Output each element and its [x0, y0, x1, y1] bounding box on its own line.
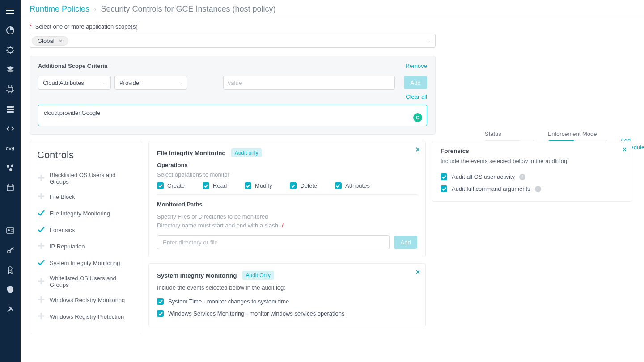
- close-icon[interactable]: ×: [623, 146, 627, 154]
- shield-icon[interactable]: [6, 285, 15, 294]
- control-item-label: File Block: [50, 194, 75, 200]
- content-columns: Controls Blacklisted OS Users and Groups…: [21, 135, 644, 342]
- forensics-command-args-checkbox[interactable]: [441, 185, 447, 192]
- right-column: × Forensics Include the events selected …: [432, 141, 632, 333]
- fim-operations-row: Create Read Modify Delete Attributes: [157, 178, 417, 195]
- remove-criteria-link[interactable]: Remove: [406, 63, 427, 69]
- info-icon[interactable]: i: [535, 186, 541, 192]
- code-icon[interactable]: [6, 124, 15, 133]
- file-integrity-panel: × File Integrity Monitoring Audit only O…: [148, 141, 426, 257]
- fim-operations-hint: Select operations to monitor: [157, 171, 417, 178]
- chevron-down-icon: ⌄: [179, 80, 182, 85]
- check-icon: [37, 209, 45, 218]
- key-icon[interactable]: [6, 246, 15, 255]
- op-delete-checkbox[interactable]: Delete: [290, 182, 317, 189]
- cve-icon[interactable]: CVƎ: [6, 144, 15, 153]
- wheel-icon[interactable]: [6, 46, 15, 55]
- svg-line-10: [12, 47, 13, 49]
- control-item-label: Blacklisted OS Users and Groups: [50, 172, 135, 185]
- left-nav: CVƎ: [0, 0, 21, 342]
- layers-icon[interactable]: [6, 65, 15, 74]
- additional-scope-criteria: Additional Scope Criteria Remove Cloud A…: [30, 56, 436, 135]
- svg-line-8: [8, 47, 9, 49]
- scope-section: * Select one or more application scope(s…: [21, 17, 644, 135]
- sim-windows-services-checkbox[interactable]: [157, 310, 164, 317]
- plus-icon: [37, 242, 45, 251]
- add-criteria-button[interactable]: Add: [404, 76, 427, 89]
- remove-tag-icon[interactable]: ×: [57, 38, 64, 44]
- svg-rect-34: [7, 228, 14, 233]
- criteria-type-select[interactable]: Cloud Attributes ⌄: [38, 76, 111, 90]
- clear-all-link[interactable]: Clear all: [406, 93, 427, 100]
- control-item[interactable]: Windows Registry Monitoring: [37, 292, 135, 308]
- criteria-expression: cloud.provider.Google: [44, 109, 100, 116]
- server-icon[interactable]: [6, 105, 15, 114]
- svg-point-35: [8, 229, 10, 231]
- enforcement-label: Enforcement Mode: [548, 130, 607, 137]
- breadcrumb-parent-link[interactable]: Runtime Policies: [30, 4, 89, 14]
- forensics-panel: × Forensics Include the events selected …: [432, 141, 632, 202]
- close-icon[interactable]: ×: [416, 268, 420, 276]
- fim-paths-heading: Monitored Paths: [157, 201, 417, 208]
- sim-description: Include the events selected below in the…: [157, 284, 417, 291]
- control-item[interactable]: Blacklisted OS Users and Groups: [37, 168, 135, 189]
- control-item[interactable]: File Block: [37, 189, 135, 205]
- criteria-attr-select[interactable]: Provider ⌄: [114, 76, 187, 90]
- criteria-expression-box[interactable]: cloud.provider.Google G: [38, 105, 427, 126]
- grammarly-icon: G: [413, 113, 422, 122]
- monitored-path-input[interactable]: [157, 235, 390, 249]
- control-item[interactable]: IP Reputation: [37, 238, 135, 255]
- nodes-icon[interactable]: [6, 164, 15, 173]
- control-item[interactable]: File Integrity Monitoring: [37, 205, 135, 222]
- control-item[interactable]: Whitelisted OS Users and Groups: [37, 271, 135, 292]
- badge-icon[interactable]: [6, 265, 15, 274]
- audit-only-badge: Audit Only: [242, 271, 274, 280]
- control-item-label: Forensics: [50, 227, 75, 233]
- control-item[interactable]: System Integrity Monitoring: [37, 255, 135, 271]
- close-icon[interactable]: ×: [416, 146, 420, 154]
- check-icon: [37, 225, 45, 235]
- criteria-value-input[interactable]: [223, 76, 395, 90]
- plus-icon: [37, 277, 45, 286]
- svg-point-41: [8, 267, 12, 270]
- center-column: × File Integrity Monitoring Audit only O…: [148, 141, 426, 333]
- op-attributes-checkbox[interactable]: Attributes: [335, 182, 370, 189]
- info-icon[interactable]: i: [519, 174, 525, 180]
- control-item-label: System Integrity Monitoring: [50, 260, 120, 266]
- criteria-title: Additional Scope Criteria: [38, 63, 107, 69]
- svg-rect-23: [7, 106, 14, 108]
- forensics-user-activity-checkbox[interactable]: [441, 173, 447, 180]
- hamburger-icon[interactable]: [6, 6, 15, 15]
- svg-rect-25: [7, 111, 14, 113]
- slash-indicator: /: [282, 222, 284, 229]
- tools-icon[interactable]: [6, 305, 15, 314]
- control-item-label: File Integrity Monitoring: [50, 210, 110, 217]
- system-integrity-panel: × System Integrity Monitoring Audit Only…: [148, 263, 426, 327]
- plus-icon: [37, 174, 45, 183]
- add-path-button[interactable]: Add: [394, 236, 417, 249]
- chip-icon[interactable]: [6, 85, 15, 94]
- op-read-checkbox[interactable]: Read: [203, 182, 227, 189]
- svg-line-9: [12, 52, 13, 53]
- control-item[interactable]: Windows Registry Protection: [37, 308, 135, 325]
- svg-line-11: [8, 52, 9, 53]
- svg-point-28: [11, 165, 13, 167]
- id-card-icon[interactable]: [6, 226, 15, 235]
- dashboard-icon[interactable]: [6, 26, 15, 35]
- calendar-icon[interactable]: [6, 183, 15, 192]
- op-modify-checkbox[interactable]: Modify: [245, 182, 272, 189]
- criteria-type-value: Cloud Attributes: [43, 80, 84, 86]
- scope-tag: Global ×: [32, 36, 68, 46]
- sim-opt1-label: System Time - monitor changes to system …: [168, 298, 289, 305]
- breadcrumb: Runtime Policies › Security Controls for…: [21, 0, 644, 17]
- op-create-checkbox[interactable]: Create: [157, 182, 185, 189]
- plus-icon: [37, 312, 45, 321]
- scope-multiselect[interactable]: Global × ⌄: [30, 34, 436, 48]
- control-item[interactable]: Forensics: [37, 222, 135, 238]
- controls-panel: Controls Blacklisted OS Users and Groups…: [30, 141, 142, 333]
- forensics-description: Include the events selected below in the…: [441, 158, 624, 164]
- svg-point-27: [7, 165, 9, 168]
- svg-text:CVƎ: CVƎ: [6, 147, 14, 151]
- required-indicator: *: [30, 23, 32, 30]
- sim-system-time-checkbox[interactable]: [157, 298, 164, 305]
